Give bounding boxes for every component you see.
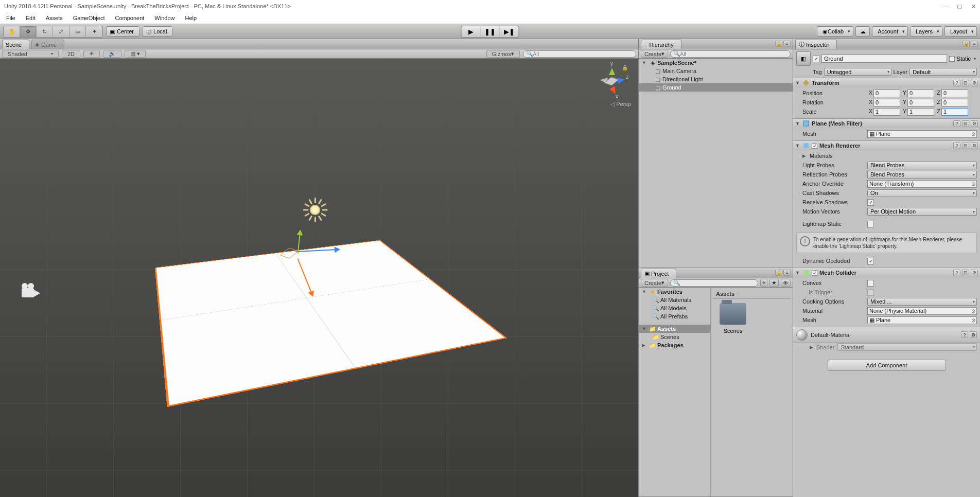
- account-dropdown[interactable]: Account: [872, 26, 908, 37]
- lighting-toggle[interactable]: ☀: [83, 50, 100, 58]
- receive-shadows-checkbox[interactable]: ✓: [867, 199, 874, 206]
- panel-lock-icon[interactable]: 🔒: [962, 41, 970, 47]
- pivot-toggle[interactable]: ▣ Center: [106, 26, 139, 37]
- gizmos-dropdown[interactable]: Gizmos ▾: [486, 50, 520, 58]
- rect-tool[interactable]: ▭: [69, 26, 86, 37]
- shader-dropdown[interactable]: Standard: [837, 343, 977, 351]
- panel-lock-icon[interactable]: 🔒: [775, 270, 782, 276]
- hierarchy-tab[interactable]: ≡ Hierarchy: [641, 40, 681, 49]
- gear-icon[interactable]: ⚙: [970, 331, 977, 338]
- help-icon[interactable]: ?: [953, 143, 960, 149]
- fav-all-materials[interactable]: 🔍All Materials: [639, 296, 710, 304]
- rotation-x[interactable]: [873, 99, 900, 106]
- mesh-renderer-enabled[interactable]: ✓: [812, 143, 817, 149]
- mesh-filter-header[interactable]: ▼ Plane (Mesh Filter) ?⊟⚙: [793, 119, 980, 128]
- menu-window[interactable]: Window: [150, 14, 179, 22]
- minimize-icon[interactable]: —: [942, 3, 948, 10]
- panel-lock-icon[interactable]: 🔒: [775, 41, 782, 47]
- fav-all-prefabs[interactable]: 🔍All Prefabs: [639, 312, 710, 321]
- cooking-options-dropdown[interactable]: Mixed ...: [867, 298, 977, 306]
- menu-file[interactable]: File: [2, 14, 20, 22]
- position-z[interactable]: [941, 90, 968, 97]
- favorites-folder[interactable]: ▼★Favorites: [639, 288, 710, 296]
- rotation-y[interactable]: [907, 99, 934, 106]
- lightmap-static-checkbox[interactable]: [867, 221, 874, 227]
- assets-folder[interactable]: ▼📁Assets: [639, 325, 710, 333]
- scenes-folder[interactable]: 📁Scenes: [639, 333, 710, 341]
- rotation-z[interactable]: [941, 99, 968, 106]
- project-create-dropdown[interactable]: Create ▾: [641, 279, 668, 287]
- light-probes-dropdown[interactable]: Blend Probes: [867, 162, 977, 169]
- rotate-tool[interactable]: ↻: [37, 26, 53, 37]
- gameobject-active-checkbox[interactable]: ✓: [813, 56, 819, 62]
- add-component-button[interactable]: Add Component: [828, 360, 946, 371]
- menu-gameobject[interactable]: GameObject: [69, 14, 109, 22]
- static-dropdown[interactable]: ▼: [973, 57, 977, 61]
- cast-shadows-dropdown[interactable]: On: [867, 189, 977, 197]
- inspector-tab[interactable]: ⓘ Inspector: [795, 40, 837, 49]
- hierarchy-search[interactable]: 🔍All: [670, 50, 791, 58]
- multi-tool[interactable]: ✦: [86, 26, 102, 37]
- project-breadcrumb[interactable]: Assets ›: [713, 290, 791, 299]
- mesh-collider-enabled[interactable]: ✓: [812, 270, 817, 276]
- help-icon[interactable]: ?: [953, 270, 960, 276]
- menu-help[interactable]: Help: [181, 14, 201, 22]
- gameobject-name-field[interactable]: [821, 55, 947, 63]
- panel-menu-icon[interactable]: ≡: [783, 41, 791, 47]
- convex-checkbox[interactable]: [867, 280, 874, 287]
- hand-tool[interactable]: ✋: [4, 26, 20, 37]
- scale-y[interactable]: [907, 108, 934, 116]
- play-button[interactable]: ▶: [462, 26, 481, 37]
- panel-menu-icon[interactable]: ≡: [783, 270, 791, 276]
- dynamic-occluded-checkbox[interactable]: ✓: [867, 258, 874, 264]
- maximize-icon[interactable]: ▢: [957, 3, 962, 10]
- menu-edit[interactable]: Edit: [22, 14, 40, 22]
- mesh-renderer-header[interactable]: ▼ ✓ Mesh Renderer ?⊟⚙: [793, 141, 980, 150]
- mesh-field[interactable]: ▦ Plane: [867, 130, 977, 138]
- preset-icon[interactable]: ⊟: [962, 80, 969, 86]
- scale-z[interactable]: [941, 108, 968, 116]
- scene-search[interactable]: 🔍All: [523, 50, 636, 58]
- close-icon[interactable]: ✕: [971, 3, 976, 10]
- help-icon[interactable]: ?: [961, 331, 968, 338]
- anchor-override-field[interactable]: None (Transform): [867, 180, 977, 188]
- gameobject-icon-picker[interactable]: ◧: [796, 51, 811, 66]
- scale-tool[interactable]: ⤢: [53, 26, 69, 37]
- directional-light-gizmo-icon[interactable]: [303, 198, 327, 222]
- material-header[interactable]: Default-Material ?⚙: [793, 327, 980, 342]
- preset-icon[interactable]: ⊟: [962, 120, 969, 127]
- physic-material-field[interactable]: None (Physic Material): [867, 307, 977, 315]
- transform-header[interactable]: ▼ Transform ?⊟⚙: [793, 78, 980, 87]
- hierarchy-item-ground[interactable]: ▢Ground: [639, 83, 793, 92]
- packages-folder[interactable]: ▶📁Packages: [639, 341, 710, 349]
- gear-icon[interactable]: ⚙: [971, 270, 978, 276]
- fx-toggle[interactable]: ▤ ▾: [125, 50, 146, 58]
- hierarchy-create-dropdown[interactable]: Create ▾: [641, 50, 668, 58]
- perspective-label[interactable]: ◁ Persp: [610, 101, 631, 108]
- help-icon[interactable]: ?: [953, 120, 960, 127]
- pause-button[interactable]: ❚❚: [481, 26, 500, 37]
- layer-dropdown[interactable]: Default: [909, 68, 977, 76]
- step-button[interactable]: ▶❚: [500, 26, 519, 37]
- reflection-probes-dropdown[interactable]: Blend Probes: [867, 171, 977, 179]
- preset-icon[interactable]: ⊟: [962, 270, 969, 276]
- hierarchy-item-camera[interactable]: ▢Main Camera: [639, 67, 793, 75]
- hierarchy-item-light[interactable]: ▢Directional Light: [639, 75, 793, 83]
- menu-component[interactable]: Component: [111, 14, 148, 22]
- hidden-icon[interactable]: 👁: [781, 279, 791, 287]
- 2d-toggle[interactable]: 2D: [62, 50, 80, 58]
- preset-icon[interactable]: ⊟: [962, 143, 969, 149]
- game-tab[interactable]: ◈ Game: [31, 40, 64, 49]
- project-tab[interactable]: ▣ Project: [641, 269, 676, 278]
- project-search[interactable]: 🔍: [670, 279, 758, 287]
- cloud-button[interactable]: ☁: [855, 26, 870, 37]
- layout-dropdown[interactable]: Layout: [944, 26, 977, 37]
- handle-toggle[interactable]: ◫ Local: [143, 26, 172, 37]
- gear-icon[interactable]: ⚙: [971, 143, 978, 149]
- tag-dropdown[interactable]: Untagged: [824, 68, 891, 76]
- audio-toggle[interactable]: 🔊: [103, 50, 121, 58]
- filter-icon[interactable]: ⌖: [760, 279, 767, 287]
- camera-gizmo-icon[interactable]: [22, 284, 41, 299]
- position-y[interactable]: [907, 90, 934, 97]
- scene-tab[interactable]: Scene: [2, 40, 29, 49]
